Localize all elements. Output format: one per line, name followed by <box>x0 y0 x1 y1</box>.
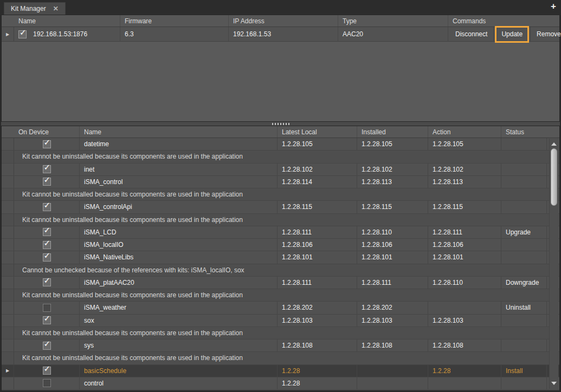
on-device-cell: ✓ <box>14 239 79 251</box>
installed-cell: 1.2.28.101 <box>357 251 428 263</box>
kits-header-latest-local[interactable]: Latest Local <box>277 126 357 138</box>
kits-header-on-device[interactable]: On Device <box>14 126 79 138</box>
kit-message-row: Kit cannot be uninstalled because its co… <box>2 151 559 163</box>
kit-message-row: Kit cannot be uninstalled because its co… <box>2 214 559 226</box>
splitter-grip-icon <box>272 123 289 125</box>
kit-row[interactable]: ✓iSMA_controlApi1.2.28.1151.2.28.1151.2.… <box>2 201 559 213</box>
devices-header-name[interactable]: Name <box>14 15 120 27</box>
on-device-checkbox[interactable]: ✓ <box>43 140 51 148</box>
on-device-checkbox[interactable]: ✓ <box>43 278 51 286</box>
on-device-checkbox[interactable]: ✓ <box>43 203 51 211</box>
on-device-cell: ✓ <box>14 315 79 326</box>
device-row[interactable]: ▶ ✓ 192.168.1.53:1876 6.3 192.168.1.53 A… <box>2 27 559 42</box>
latest-local-cell: 1.2.28.101 <box>277 251 357 263</box>
row-gutter <box>2 214 14 226</box>
status-cell <box>501 239 546 251</box>
kit-name-cell: sox <box>79 315 277 326</box>
kit-name-cell: iSMA_platAAC20 <box>79 277 277 289</box>
on-device-checkbox[interactable]: ✓ <box>43 228 51 236</box>
on-device-checkbox[interactable] <box>43 379 51 387</box>
on-device-checkbox[interactable]: ✓ <box>43 165 51 173</box>
devices-header-ip-address[interactable]: IP Address <box>228 15 338 27</box>
status-cell <box>501 251 546 263</box>
action-cell: 1.2.28.101 <box>428 251 501 263</box>
device-checkbox[interactable]: ✓ <box>18 30 27 38</box>
kits-header-installed[interactable]: Installed <box>357 126 428 138</box>
devices-header-firmware[interactable]: Firmware <box>120 15 228 27</box>
kit-row[interactable]: ✓datetime1.2.28.1051.2.28.1051.2.28.105 <box>2 138 559 151</box>
kit-row[interactable]: ✓sox1.2.28.1031.2.28.1031.2.28.103 <box>2 315 559 327</box>
on-device-checkbox[interactable]: ✓ <box>43 178 51 186</box>
status-cell <box>501 377 546 389</box>
scroll-up-icon[interactable] <box>551 142 557 146</box>
kit-row[interactable]: ✓iSMA_LCD1.2.28.1111.2.28.1101.2.28.111U… <box>2 226 559 239</box>
kits-header-filler <box>546 126 559 138</box>
scrollbar-thumb[interactable] <box>551 148 557 206</box>
tab-close-icon[interactable]: ✕ <box>53 5 59 12</box>
update-button[interactable]: Update <box>495 26 529 43</box>
on-device-checkbox[interactable]: ✓ <box>43 367 51 375</box>
add-tab-icon[interactable]: + <box>551 1 556 12</box>
action-cell: 1.2.28.111 <box>428 226 501 238</box>
latest-local-cell: 1.2.28 <box>277 377 357 389</box>
status-cell <box>501 315 546 326</box>
kit-row[interactable]: control1.2.28 <box>2 377 559 390</box>
device-commands-cell: DisconnectUpdateRemove <box>448 27 561 41</box>
on-device-checkbox[interactable]: ✓ <box>43 316 51 324</box>
kit-row[interactable]: iSMA_weather1.2.28.2021.2.28.202Uninstal… <box>2 302 559 314</box>
kits-header-name[interactable]: Name <box>79 126 277 138</box>
latest-local-cell: 1.2.28.105 <box>277 138 357 150</box>
row-gutter <box>2 377 14 389</box>
kit-name-cell: iSMA_NativeLibs <box>79 251 277 263</box>
installed-cell: 1.2.28.110 <box>357 226 428 238</box>
kits-header-action[interactable]: Action <box>428 126 501 138</box>
row-gutter <box>2 277 14 289</box>
kit-row[interactable]: ✓sys1.2.28.1081.2.28.1081.2.28.108 <box>2 339 559 352</box>
check-icon: ✓ <box>44 339 51 348</box>
panel-splitter[interactable] <box>1 122 560 126</box>
kit-row[interactable]: ✓iSMA_NativeLibs1.2.28.1011.2.28.1011.2.… <box>2 251 559 264</box>
action-cell: 1.2.28.103 <box>428 315 501 326</box>
on-device-cell: ✓ <box>14 138 79 150</box>
status-cell: Downgrade <box>501 277 546 289</box>
kit-name-cell: basicSchedule <box>79 365 277 377</box>
tab-label: Kit Manager <box>11 5 46 12</box>
disconnect-button[interactable]: Disconnect <box>449 27 493 41</box>
latest-local-cell: 1.2.28.103 <box>277 315 357 326</box>
vertical-scrollbar[interactable] <box>549 139 558 389</box>
check-icon: ✓ <box>20 28 27 36</box>
kit-row[interactable]: ✓iSMA_platAAC201.2.28.1111.2.28.1111.2.2… <box>2 277 559 289</box>
tab-kit-manager[interactable]: Kit Manager ✕ <box>4 2 66 15</box>
latest-local-cell: 1.2.28.202 <box>277 302 357 313</box>
kits-header-status[interactable]: Status <box>501 126 546 138</box>
check-icon: ✓ <box>44 164 51 172</box>
on-device-cell: ✓ <box>14 277 79 289</box>
row-gutter <box>2 315 14 326</box>
latest-local-cell: 1.2.28.114 <box>277 176 357 188</box>
remove-button[interactable]: Remove <box>531 27 561 41</box>
on-device-checkbox[interactable]: ✓ <box>43 253 51 262</box>
on-device-checkbox[interactable]: ✓ <box>43 241 51 249</box>
kit-message-row: Cannot be unchecked because of the refer… <box>2 264 559 277</box>
kit-row[interactable]: ✓inet1.2.28.1021.2.28.1021.2.28.102 <box>2 164 559 176</box>
installed-cell: 1.2.28.108 <box>357 339 428 351</box>
kit-message-text: Kit cannot be uninstalled because its co… <box>14 289 559 301</box>
devices-table-header: Name Firmware IP Address Type Commands <box>2 15 559 27</box>
row-gutter <box>2 151 14 162</box>
row-gutter <box>2 188 14 200</box>
on-device-checkbox[interactable]: ✓ <box>43 342 51 350</box>
devices-header-type[interactable]: Type <box>338 15 448 27</box>
status-cell: Uninstall <box>501 302 546 313</box>
kits-rows: ✓datetime1.2.28.1051.2.28.1051.2.28.105K… <box>2 138 559 390</box>
action-cell: 1.2.28.102 <box>428 164 501 175</box>
scroll-down-icon[interactable] <box>551 382 557 385</box>
kit-row[interactable]: ▶✓basicSchedule1.2.281.2.28Install <box>2 365 559 377</box>
kit-row[interactable]: ✓iSMA_control1.2.28.1141.2.28.1131.2.28.… <box>2 176 559 188</box>
installed-cell: 1.2.28.102 <box>357 164 428 175</box>
kit-row[interactable]: ✓iSMA_localIO1.2.28.1061.2.28.1061.2.28.… <box>2 239 559 251</box>
check-icon: ✓ <box>44 226 51 234</box>
kit-name-cell: control <box>79 377 277 389</box>
devices-panel: Name Firmware IP Address Type Commands ▶… <box>1 15 560 122</box>
on-device-checkbox[interactable] <box>43 304 51 312</box>
row-gutter <box>2 339 14 351</box>
